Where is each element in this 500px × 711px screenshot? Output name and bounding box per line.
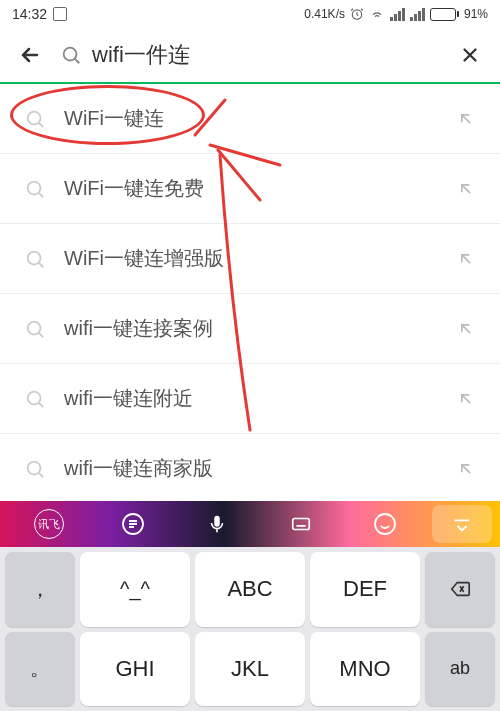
svg-point-5 [28, 321, 41, 334]
battery-pct: 91% [464, 7, 488, 21]
arrow-upleft-icon[interactable] [456, 179, 476, 199]
kb-backspace-key[interactable] [425, 552, 495, 627]
suggestion-item[interactable]: WiFi一键连免费 [0, 154, 500, 224]
kb-keyboard-button[interactable] [260, 505, 342, 543]
battery-icon [430, 8, 459, 21]
svg-point-2 [28, 111, 41, 124]
arrow-left-icon [18, 43, 42, 67]
suggestion-text: wifi一键连附近 [64, 385, 456, 412]
kb-face-key[interactable]: ^_^ [80, 552, 190, 627]
svg-point-7 [28, 461, 41, 474]
suggestion-item[interactable]: wifi一键连附近 [0, 364, 500, 434]
kb-brand-label: 讯飞 [34, 509, 64, 539]
kb-abc-key[interactable]: ABC [195, 552, 305, 627]
svg-point-11 [375, 514, 395, 534]
arrow-upleft-icon[interactable] [456, 109, 476, 129]
svg-point-4 [28, 251, 41, 264]
svg-point-1 [64, 48, 77, 61]
signal-icon-1 [390, 8, 405, 21]
suggestion-text: wifi一键连商家版 [64, 455, 456, 482]
svg-point-6 [28, 391, 41, 404]
search-icon [24, 318, 46, 340]
svg-rect-10 [293, 519, 310, 530]
status-app-icon [53, 7, 67, 21]
kb-jkl-key[interactable]: JKL [195, 632, 305, 707]
suggestion-item[interactable]: wifi一键连商家版 [0, 434, 500, 504]
alarm-icon [350, 7, 364, 21]
arrow-upleft-icon[interactable] [456, 389, 476, 409]
keyboard: 讯飞 ， ^_^ ABC DEF 。 GHI JKL MNO ab [0, 501, 500, 711]
keyboard-icon [288, 513, 314, 535]
close-icon [459, 44, 481, 66]
chat-icon [121, 512, 145, 536]
svg-point-3 [28, 181, 41, 194]
suggestion-text: WiFi一键连增强版 [64, 245, 456, 272]
suggestion-item[interactable]: WiFi一键连 [0, 84, 500, 154]
search-bar [0, 28, 500, 84]
svg-rect-9 [214, 516, 220, 527]
kb-brand-button[interactable]: 讯飞 [8, 505, 90, 543]
search-icon [60, 44, 82, 66]
search-input[interactable] [92, 42, 456, 68]
search-icon [24, 178, 46, 200]
network-speed: 0.41K/s [304, 7, 345, 21]
suggestions-list: WiFi一键连 WiFi一键连免费 WiFi一键连增强版 wifi一键连接案例 … [0, 84, 500, 504]
suggestion-item[interactable]: WiFi一键连增强版 [0, 224, 500, 294]
emoji-icon [373, 512, 397, 536]
kb-emoji-button[interactable] [344, 505, 426, 543]
wifi-icon [369, 7, 385, 21]
suggestion-text: wifi一键连接案例 [64, 315, 456, 342]
keyboard-grid: ， ^_^ ABC DEF 。 GHI JKL MNO ab [0, 547, 500, 711]
clear-button[interactable] [456, 41, 484, 69]
arrow-upleft-icon[interactable] [456, 249, 476, 269]
suggestion-item[interactable]: wifi一键连接案例 [0, 294, 500, 364]
status-right: 0.41K/s 91% [67, 7, 488, 21]
kb-collapse-button[interactable] [432, 505, 492, 543]
kb-chat-button[interactable] [92, 505, 174, 543]
suggestion-text: WiFi一键连 [64, 105, 456, 132]
arrow-upleft-icon[interactable] [456, 319, 476, 339]
kb-mno-key[interactable]: MNO [310, 632, 420, 707]
search-icon [24, 388, 46, 410]
signal-icon-2 [410, 8, 425, 21]
search-icon [24, 458, 46, 480]
status-time: 14:32 [12, 6, 47, 22]
kb-def-key[interactable]: DEF [310, 552, 420, 627]
back-button[interactable] [16, 41, 44, 69]
keyboard-toolbar: 讯飞 [0, 501, 500, 547]
backspace-icon [446, 578, 474, 600]
status-bar: 14:32 0.41K/s 91% [0, 0, 500, 28]
suggestion-text: WiFi一键连免费 [64, 175, 456, 202]
search-field[interactable] [60, 42, 456, 68]
microphone-icon [206, 513, 228, 535]
collapse-icon [449, 513, 475, 535]
search-icon [24, 248, 46, 270]
arrow-upleft-icon[interactable] [456, 459, 476, 479]
kb-ab-key[interactable]: ab [425, 632, 495, 707]
kb-period-key[interactable]: 。 [5, 632, 75, 707]
kb-voice-button[interactable] [176, 505, 258, 543]
kb-ghi-key[interactable]: GHI [80, 632, 190, 707]
kb-comma-key[interactable]: ， [5, 552, 75, 627]
search-icon [24, 108, 46, 130]
